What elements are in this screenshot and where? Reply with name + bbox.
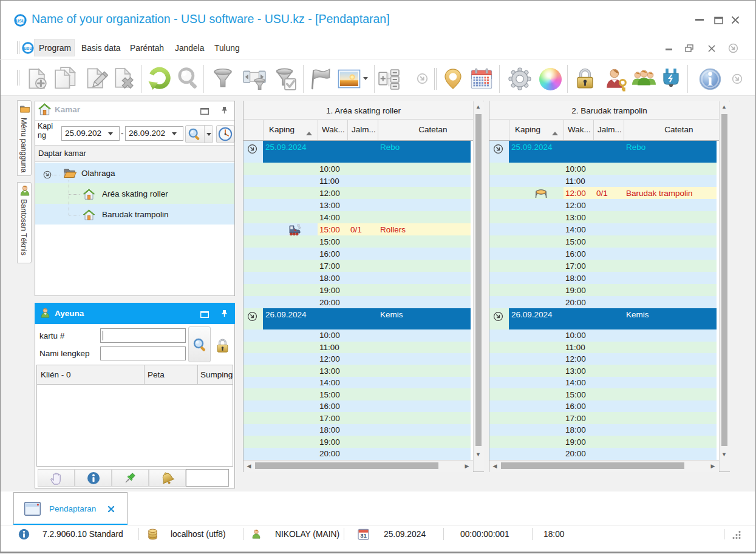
svg-text:usu: usu [16,18,25,24]
svg-text:31: 31 [360,532,367,539]
svg-text:usu: usu [24,46,32,51]
